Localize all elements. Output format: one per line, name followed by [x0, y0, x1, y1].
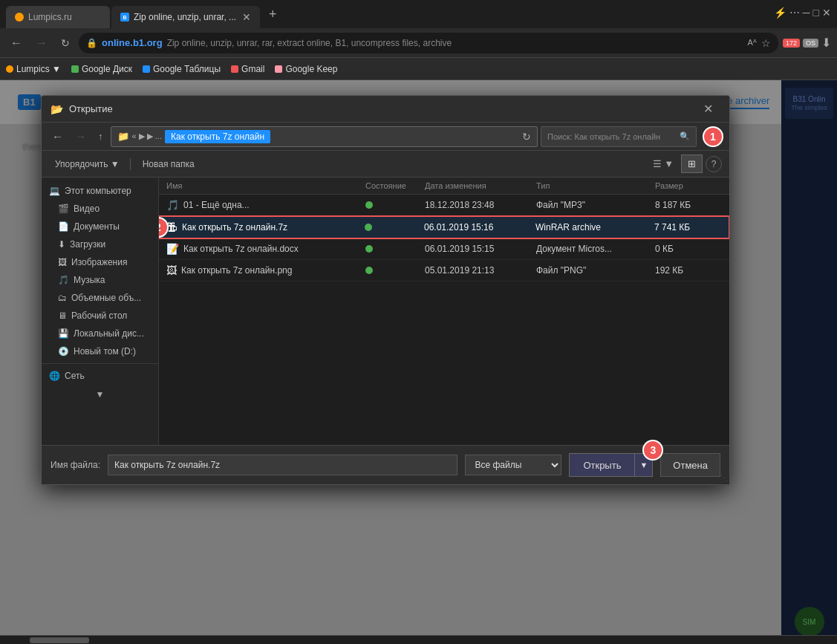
- downloads-label: Загрузки: [70, 239, 105, 250]
- maximize-icon[interactable]: □: [813, 7, 819, 19]
- help-button[interactable]: ?: [706, 156, 722, 172]
- col-type[interactable]: Тип: [536, 181, 655, 190]
- sidebar-item-video[interactable]: 🎬 Видео: [42, 200, 158, 218]
- localdisk-label: Локальный дис...: [74, 328, 144, 339]
- gsheets-icon: [143, 65, 150, 73]
- breadcrumb-bar[interactable]: 📁 « ▶ ▶ ... Как открыть 7z онлайн ↻: [111, 126, 538, 147]
- open-button[interactable]: Открыть: [569, 453, 635, 477]
- images-label: Изображения: [71, 257, 127, 267]
- tab-b1[interactable]: B Zip online, unzip, unrar, ... ✕: [111, 6, 260, 28]
- network-icon: 🌐: [49, 371, 60, 381]
- sidebar-item-downloads[interactable]: ⬇ Загрузки: [42, 235, 158, 253]
- file-date-1: 06.01.2019 15:16: [424, 222, 535, 232]
- back-button[interactable]: ←: [6, 33, 27, 53]
- filename-input[interactable]: [108, 455, 457, 475]
- bookmarks-bar: Lumpics ▼ Google Диск Google Таблицы Gma…: [0, 58, 837, 80]
- gdrive-icon: [71, 65, 79, 73]
- address-domain: online.b1.org: [102, 37, 163, 48]
- cancel-button[interactable]: Отмена: [660, 453, 720, 477]
- tab-bar: Lumpics.ru B Zip online, unzip, unrar, .…: [0, 0, 837, 28]
- col-name[interactable]: Имя: [166, 181, 365, 190]
- file-name-1: 🗜 Как открыть 7z онлайн.7z: [167, 221, 365, 233]
- file-status-2: [365, 245, 425, 253]
- lumpics-bm-icon: [6, 65, 13, 73]
- sidebar-item-desktop[interactable]: 🖥 Рабочий стол: [42, 307, 158, 325]
- file-icon-3: 🖼: [166, 264, 177, 276]
- breadcrumb-current: Как открыть 7z онлайн: [165, 130, 270, 143]
- bookmark-gkeep[interactable]: Google Keep: [275, 64, 337, 74]
- dialog-title-text: Открытие: [69, 103, 696, 114]
- nav-bar: ← → ↻ 🔒 online.b1.org Zip online, unzip,…: [0, 28, 837, 58]
- bookmark-star-icon[interactable]: ☆: [761, 37, 771, 49]
- refresh-button[interactable]: ↻: [56, 34, 74, 52]
- col-status[interactable]: Состояние: [365, 181, 425, 190]
- desktop-icon: 🖥: [58, 310, 67, 321]
- video-label: Видео: [74, 204, 100, 214]
- toolbar-right: ☰ ▼ ⊞ ?: [648, 155, 722, 173]
- file-size-2: 0 КБ: [655, 244, 722, 254]
- refresh-path-button[interactable]: ↻: [522, 131, 531, 143]
- dialog-bottom: Имя файла: Все файлы Открыть ▼ 3 Отмена: [42, 445, 729, 484]
- sidebar-scroll-down[interactable]: ▼: [42, 385, 158, 404]
- sidebar-item-music[interactable]: 🎵 Музыка: [42, 271, 158, 289]
- close-tab-icon[interactable]: ✕: [242, 11, 251, 23]
- file-row-3[interactable]: 🖼 Как открыть 7z онлайн.png 05.01.2019 2…: [159, 260, 729, 282]
- bookmark-lumpics[interactable]: Lumpics ▼: [6, 64, 61, 74]
- resize-handle[interactable]: ⋱: [719, 474, 728, 483]
- bookmark-gmail[interactable]: Gmail: [231, 64, 264, 74]
- download-icon[interactable]: ⬇: [821, 36, 831, 50]
- reader-mode-icon[interactable]: Aᴬ: [748, 38, 757, 48]
- window-close-icon[interactable]: ✕: [822, 7, 831, 19]
- col-size[interactable]: Размер: [655, 181, 722, 190]
- dialog-nav-bar: ← → ↑ 📁 « ▶ ▶ ... Как открыть 7z онлайн …: [42, 123, 729, 151]
- sidebar-divider-1: [42, 363, 158, 364]
- filetype-select[interactable]: Все файлы: [465, 455, 561, 475]
- new-tab-button[interactable]: +: [261, 7, 284, 22]
- gmail-icon: [231, 65, 238, 73]
- file-list-area: Имя Состояние Дата изменения Тип Размер …: [159, 178, 729, 445]
- desktop-label: Рабочий стол: [71, 310, 127, 321]
- sidebar-item-3d[interactable]: 🗂 Объемные объ...: [42, 289, 158, 307]
- tab-lumpics[interactable]: Lumpics.ru: [6, 6, 110, 28]
- menu-dots-icon[interactable]: ⋯: [789, 7, 800, 19]
- lumpics-favicon: [15, 13, 24, 22]
- browser-chrome: Lumpics.ru B Zip online, unzip, unrar, .…: [0, 0, 837, 80]
- status-dot-1: [365, 224, 372, 231]
- address-bar[interactable]: 🔒 online.b1.org Zip online, unzip, unrar…: [79, 33, 778, 53]
- newvol-label: Новый том (D:): [74, 346, 136, 357]
- gkeep-icon: [275, 65, 282, 73]
- dialog-title-bar: 📂 Открытие ✕: [42, 96, 729, 123]
- b1-tab-label: Zip online, unzip, unrar, ...: [134, 12, 236, 22]
- sidebar-item-newvol[interactable]: 💿 Новый том (D:): [42, 342, 158, 360]
- file-row-1[interactable]: 🗜 Как открыть 7z онлайн.7z 06.01.2019 15…: [159, 216, 729, 238]
- dialog-forward-button[interactable]: →: [71, 127, 91, 146]
- sidebar-item-network[interactable]: 🌐 Сеть: [42, 367, 158, 385]
- h-scrollbar[interactable]: [0, 635, 837, 644]
- tab-bar-right: ⚡ ⋯ ─ □ ✕: [774, 7, 831, 22]
- file-row-2[interactable]: 📝 Как открыть 7z онлайн.docx 06.01.2019 …: [159, 238, 729, 260]
- h-scroll-thumb[interactable]: [30, 637, 89, 643]
- file-row-0[interactable]: 🎵 01 - Ещё одна... 18.12.2018 23:48 Файл…: [159, 195, 729, 216]
- dialog-up-button[interactable]: ↑: [94, 128, 108, 145]
- bookmark-gsheets[interactable]: Google Таблицы: [143, 64, 221, 74]
- new-folder-button[interactable]: Новая папка: [135, 156, 202, 172]
- dialog-back-button[interactable]: ←: [48, 127, 68, 146]
- view-list-button[interactable]: ☰ ▼: [648, 155, 678, 172]
- col-date[interactable]: Дата изменения: [425, 181, 536, 190]
- view-grid-button[interactable]: ⊞: [681, 155, 703, 173]
- file-status-1: [365, 224, 424, 231]
- sidebar-item-localdisk[interactable]: 💾 Локальный дис...: [42, 325, 158, 342]
- dialog-search-bar[interactable]: Поиск: Как открыть 7z онлайн 🔍: [541, 126, 697, 147]
- minimize-icon[interactable]: ─: [803, 7, 810, 19]
- organize-button[interactable]: Упорядочить ▼: [49, 156, 126, 172]
- music-label: Музыка: [74, 275, 105, 285]
- sidebar-item-docs[interactable]: 📄 Документы: [42, 218, 158, 235]
- bookmark-gdrive[interactable]: Google Диск: [71, 64, 132, 74]
- forward-button[interactable]: →: [31, 33, 52, 53]
- nav-right-group: 172 OS ⬇: [783, 36, 831, 50]
- sidebar-item-images[interactable]: 🖼 Изображения: [42, 253, 158, 271]
- file-type-1: WinRAR archive: [535, 222, 654, 232]
- lightning-icon[interactable]: ⚡: [774, 7, 786, 19]
- sidebar-item-computer[interactable]: 💻 Этот компьютер: [42, 182, 158, 200]
- dialog-close-button[interactable]: ✕: [696, 99, 720, 119]
